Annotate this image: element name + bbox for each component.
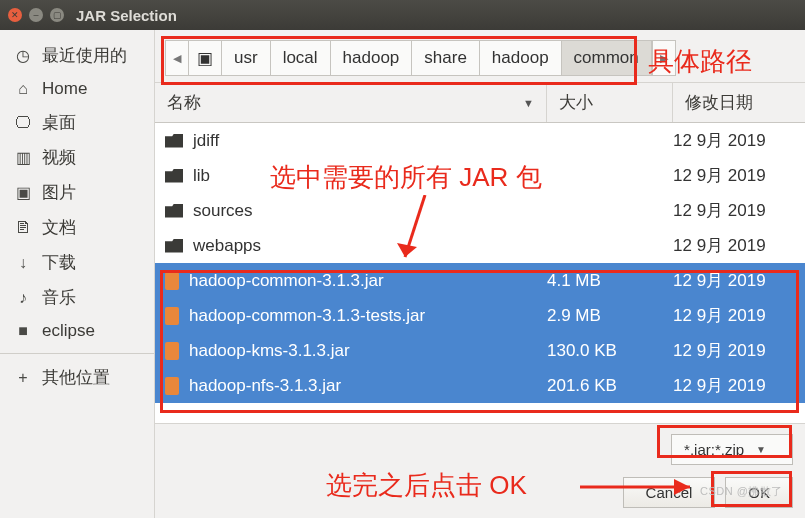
file-name: hadoop-nfs-3.1.3.jar [189, 376, 341, 396]
sidebar-item-label: 音乐 [42, 286, 76, 309]
file-date: 12 9月 2019 [673, 374, 805, 397]
file-size: 2.9 MB [547, 306, 673, 326]
file-name: hadoop-common-3.1.3-tests.jar [189, 306, 425, 326]
sidebar-item-label: eclipse [42, 321, 95, 341]
file-row[interactable]: sources12 9月 2019 [155, 193, 805, 228]
sidebar: ◷最近使用的 ⌂Home 🖵桌面 ▥视频 ▣图片 🖹文档 ↓下载 ♪音乐 ■ec… [0, 30, 155, 518]
breadcrumb-item[interactable]: share [412, 41, 480, 75]
sidebar-item-eclipse[interactable]: ■eclipse [0, 315, 154, 347]
sidebar-item-label: Home [42, 79, 87, 99]
breadcrumb-item[interactable]: hadoop [480, 41, 562, 75]
file-name: hadoop-kms-3.1.3.jar [189, 341, 350, 361]
chevron-down-icon: ▼ [523, 97, 534, 109]
minimize-icon[interactable]: – [29, 8, 43, 22]
sidebar-item-documents[interactable]: 🖹文档 [0, 210, 154, 245]
cancel-button[interactable]: Cancel [623, 477, 716, 508]
file-name: lib [193, 166, 210, 186]
file-date: 12 9月 2019 [673, 164, 805, 187]
folder-icon [165, 134, 183, 148]
window-title: JAR Selection [76, 7, 177, 24]
divider [0, 353, 154, 354]
folder-icon [165, 204, 183, 218]
plus-icon: + [14, 369, 32, 387]
file-size: 130.0 KB [547, 341, 673, 361]
file-row[interactable]: hadoop-common-3.1.3-tests.jar2.9 MB12 9月… [155, 298, 805, 333]
file-date: 12 9月 2019 [673, 199, 805, 222]
breadcrumb-item[interactable]: local [271, 41, 331, 75]
document-icon: 🖹 [14, 219, 32, 237]
column-header-date[interactable]: 修改日期 [673, 83, 805, 122]
breadcrumb-scroll-left[interactable]: ◀ [165, 40, 189, 76]
file-date: 12 9月 2019 [673, 304, 805, 327]
video-icon: ▥ [14, 148, 32, 167]
chevron-down-icon: ▼ [756, 444, 766, 455]
breadcrumb-item[interactable]: hadoop [331, 41, 413, 75]
breadcrumb-scroll-right[interactable]: ▶ [652, 40, 676, 76]
sidebar-item-recent[interactable]: ◷最近使用的 [0, 38, 154, 73]
sidebar-item-pictures[interactable]: ▣图片 [0, 175, 154, 210]
sidebar-item-label: 下载 [42, 251, 76, 274]
download-icon: ↓ [14, 254, 32, 272]
file-row[interactable]: hadoop-common-3.1.3.jar4.1 MB12 9月 2019 [155, 263, 805, 298]
sidebar-item-other[interactable]: +其他位置 [0, 360, 154, 395]
jar-file-icon [165, 272, 179, 290]
file-name: hadoop-common-3.1.3.jar [189, 271, 384, 291]
sidebar-item-home[interactable]: ⌂Home [0, 73, 154, 105]
sidebar-item-label: 最近使用的 [42, 44, 127, 67]
file-date: 12 9月 2019 [673, 269, 805, 292]
titlebar: ✕ – ▢ JAR Selection [0, 0, 805, 30]
window-controls: ✕ – ▢ [8, 8, 64, 22]
file-list: jdiff12 9月 2019lib12 9月 2019sources12 9月… [155, 123, 805, 423]
sidebar-item-label: 文档 [42, 216, 76, 239]
column-header-size[interactable]: 大小 [547, 83, 673, 122]
column-headers: 名称▼ 大小 修改日期 [155, 83, 805, 123]
disk-icon: ▣ [197, 48, 213, 69]
clock-icon: ◷ [14, 46, 32, 65]
home-icon: ⌂ [14, 80, 32, 98]
sidebar-item-downloads[interactable]: ↓下载 [0, 245, 154, 280]
file-type-filter[interactable]: *.jar;*.zip ▼ [671, 434, 793, 465]
close-icon[interactable]: ✕ [8, 8, 22, 22]
file-row[interactable]: hadoop-kms-3.1.3.jar130.0 KB12 9月 2019 [155, 333, 805, 368]
file-size: 4.1 MB [547, 271, 673, 291]
breadcrumb-item[interactable]: usr [222, 41, 271, 75]
file-name: webapps [193, 236, 261, 256]
desktop-icon: 🖵 [14, 114, 32, 132]
sidebar-item-music[interactable]: ♪音乐 [0, 280, 154, 315]
breadcrumb: ◀ ▣ usr local hadoop share hadoop common… [155, 30, 805, 83]
maximize-icon[interactable]: ▢ [50, 8, 64, 22]
file-name: sources [193, 201, 253, 221]
file-size: 201.6 KB [547, 376, 673, 396]
file-row[interactable]: webapps12 9月 2019 [155, 228, 805, 263]
folder-icon [165, 239, 183, 253]
sidebar-item-desktop[interactable]: 🖵桌面 [0, 105, 154, 140]
breadcrumb-root[interactable]: ▣ [189, 41, 222, 75]
sidebar-item-label: 视频 [42, 146, 76, 169]
sidebar-item-videos[interactable]: ▥视频 [0, 140, 154, 175]
file-row[interactable]: jdiff12 9月 2019 [155, 123, 805, 158]
breadcrumb-item-current[interactable]: common [562, 41, 652, 75]
sidebar-item-label: 图片 [42, 181, 76, 204]
ok-button[interactable]: OK [725, 477, 793, 508]
folder-icon: ■ [14, 322, 32, 340]
jar-file-icon [165, 307, 179, 325]
file-date: 12 9月 2019 [673, 339, 805, 362]
jar-file-icon [165, 342, 179, 360]
sidebar-item-label: 桌面 [42, 111, 76, 134]
file-row[interactable]: lib12 9月 2019 [155, 158, 805, 193]
sidebar-item-label: 其他位置 [42, 366, 110, 389]
filter-label: *.jar;*.zip [684, 441, 744, 458]
file-date: 12 9月 2019 [673, 234, 805, 257]
jar-file-icon [165, 377, 179, 395]
file-date: 12 9月 2019 [673, 129, 805, 152]
file-name: jdiff [193, 131, 219, 151]
bottom-bar: *.jar;*.zip ▼ Cancel OK [155, 423, 805, 518]
column-header-name[interactable]: 名称▼ [155, 83, 547, 122]
music-icon: ♪ [14, 289, 32, 307]
folder-icon [165, 169, 183, 183]
file-row[interactable]: hadoop-nfs-3.1.3.jar201.6 KB12 9月 2019 [155, 368, 805, 403]
picture-icon: ▣ [14, 183, 32, 202]
